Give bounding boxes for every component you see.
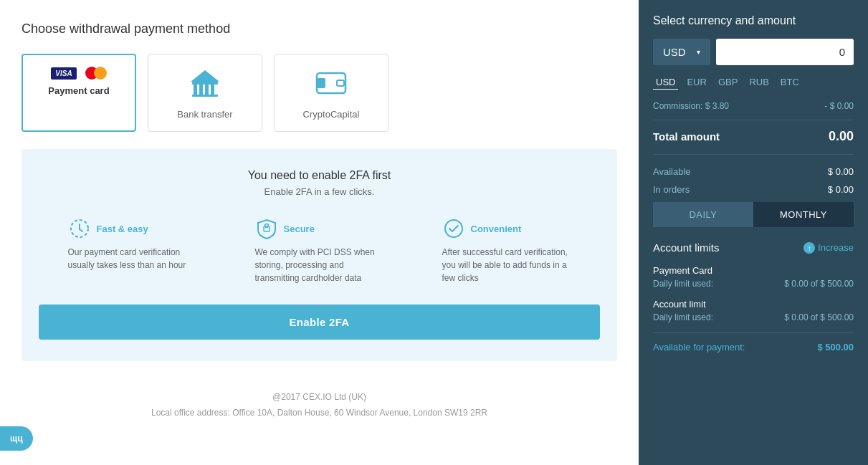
- twofa-title: You need to enable 2FA first: [39, 169, 600, 182]
- card-icons: VISA: [51, 67, 106, 80]
- mastercard-icon: [81, 67, 107, 80]
- svg-rect-9: [337, 80, 344, 86]
- total-row: Total amount 0.00: [653, 129, 854, 155]
- available-value: $ 0.00: [828, 166, 854, 177]
- left-panel: Choose withdrawal payment method VISA Pa…: [0, 0, 639, 465]
- svg-rect-0: [192, 82, 218, 85]
- selected-currency: USD: [663, 46, 686, 58]
- feature-convenient-desc: After successful card verification, you …: [442, 246, 571, 284]
- increase-button[interactable]: ↑ Increase: [803, 242, 854, 254]
- feature-secure-desc: We comply with PCI DSS when storing, pro…: [255, 246, 384, 284]
- payment-method-crypto[interactable]: CryptoCapital: [274, 54, 388, 132]
- currency-tabs: USD EUR GBP RUB BTC: [653, 75, 854, 90]
- payment-card-limit-name: Payment Card: [653, 265, 854, 276]
- svg-point-15: [445, 220, 462, 237]
- chat-bubble-label: щц: [10, 433, 23, 444]
- limit-section-account: Account limit Daily limit used: $ 0.00 o…: [653, 299, 854, 322]
- period-tab-monthly[interactable]: MONTHLY: [753, 202, 854, 227]
- svg-rect-2: [194, 85, 197, 95]
- available-row: Available $ 0.00: [653, 166, 854, 177]
- svg-rect-5: [211, 85, 214, 95]
- payment-card-limit-row: Daily limit used: $ 0.00 of $ 500.00: [653, 279, 854, 289]
- payment-methods: VISA Payment card: [22, 54, 617, 132]
- feature-convenient: Convenient After successful card verific…: [442, 217, 571, 284]
- in-orders-value: $ 0.00: [828, 184, 854, 195]
- in-orders-row: In orders $ 0.00: [653, 184, 854, 195]
- clock-icon: [68, 217, 91, 240]
- shield-icon: [255, 217, 278, 240]
- increase-icon: ↑: [803, 242, 815, 254]
- increase-label: Increase: [818, 242, 854, 253]
- enable-2fa-button[interactable]: Enable 2FA: [39, 305, 600, 340]
- footer-line2: Local office address: Office 10A, Dalton…: [22, 406, 617, 421]
- crypto-icon: [314, 66, 348, 103]
- footer-line1: @2017 CEX.IO Ltd (UK): [22, 390, 617, 406]
- currency-tab-usd[interactable]: USD: [653, 75, 678, 90]
- feature-fast-title: Fast & easy: [97, 224, 148, 234]
- twofa-features: Fast & easy Our payment card verificatio…: [39, 217, 600, 284]
- payment-method-bank[interactable]: Bank transfer: [148, 54, 262, 132]
- payment-card-limit-value: $ 0.00 of $ 500.00: [784, 279, 854, 289]
- currency-tab-rub[interactable]: RUB: [746, 75, 771, 90]
- total-label: Total amount: [653, 130, 720, 143]
- total-value: 0.00: [829, 129, 854, 144]
- payment-card-label: Payment card: [48, 85, 109, 96]
- footer: @2017 CEX.IO Ltd (UK) Local office addre…: [22, 390, 617, 421]
- right-panel: Select currency and amount USD ▾ USD EUR…: [639, 0, 868, 465]
- chevron-down-icon: ▾: [697, 48, 700, 56]
- account-limit-value: $ 0.00 of $ 500.00: [784, 312, 854, 322]
- svg-marker-1: [191, 70, 219, 82]
- available-label: Available: [653, 166, 691, 177]
- limit-section-payment-card: Payment Card Daily limit used: $ 0.00 of…: [653, 265, 854, 289]
- available-payment-value: $ 500.00: [817, 342, 854, 353]
- visa-icon: VISA: [51, 67, 76, 80]
- crypto-capital-label: CryptoCapital: [303, 109, 360, 120]
- commission-row: Commission: $ 3.80 - $ 0.00: [653, 101, 854, 120]
- account-limit-row: Daily limit used: $ 0.00 of $ 500.00: [653, 312, 854, 322]
- account-limit-label: Daily limit used:: [653, 312, 713, 322]
- svg-point-14: [264, 224, 268, 228]
- chat-bubble[interactable]: щц: [0, 426, 33, 451]
- commission-value: - $ 0.00: [824, 101, 854, 111]
- account-limit-name: Account limit: [653, 299, 854, 310]
- bank-transfer-label: Bank transfer: [177, 109, 232, 120]
- currency-tab-btc[interactable]: BTC: [778, 75, 802, 90]
- twofa-box: You need to enable 2FA first Enable 2FA …: [22, 149, 617, 361]
- page-title: Choose withdrawal payment method: [22, 21, 617, 37]
- account-limits-title: Account limits: [653, 241, 720, 254]
- period-tabs: DAILY MONTHLY: [653, 202, 854, 227]
- right-panel-title: Select currency and amount: [653, 14, 854, 27]
- commission-label: Commission: $ 3.80: [653, 101, 729, 111]
- currency-row: USD ▾: [653, 39, 854, 65]
- feature-secure-title: Secure: [284, 224, 315, 234]
- available-payment-row: Available for payment: $ 500.00: [653, 332, 854, 353]
- svg-rect-8: [317, 78, 325, 88]
- bank-icon: [188, 66, 222, 103]
- currency-tab-eur[interactable]: EUR: [684, 75, 709, 90]
- amount-input[interactable]: [725, 46, 845, 58]
- svg-line-12: [80, 229, 82, 231]
- in-orders-label: In orders: [653, 184, 690, 195]
- feature-secure: Secure We comply with PCI DSS when stori…: [255, 217, 384, 284]
- amount-input-box: [716, 39, 854, 65]
- payment-method-card[interactable]: VISA Payment card: [22, 54, 136, 132]
- currency-select[interactable]: USD ▾: [653, 39, 710, 65]
- check-circle-icon: [442, 217, 465, 240]
- feature-fast: Fast & easy Our payment card verificatio…: [68, 217, 197, 284]
- twofa-subtitle: Enable 2FA in a few clicks.: [39, 186, 600, 197]
- svg-rect-3: [199, 85, 203, 95]
- feature-convenient-title: Convenient: [471, 224, 522, 234]
- svg-rect-6: [192, 95, 218, 97]
- svg-rect-4: [205, 85, 209, 95]
- account-limits-header: Account limits ↑ Increase: [653, 241, 854, 254]
- available-payment-label: Available for payment:: [653, 342, 745, 353]
- feature-fast-desc: Our payment card verification usually ta…: [68, 246, 197, 272]
- period-tab-daily[interactable]: DAILY: [653, 202, 753, 227]
- payment-card-limit-label: Daily limit used:: [653, 279, 713, 289]
- currency-tab-gbp[interactable]: GBP: [715, 75, 740, 90]
